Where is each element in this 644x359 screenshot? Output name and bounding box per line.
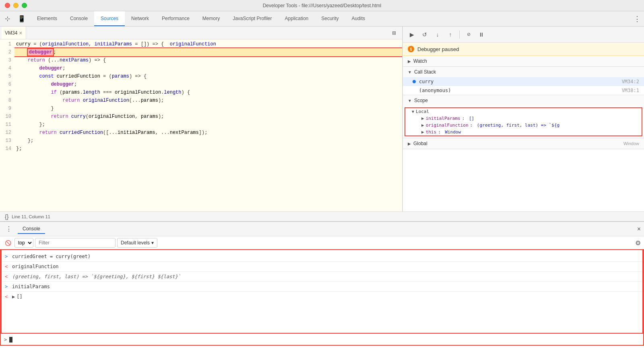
curly-braces-icon[interactable]: {} (5, 213, 8, 220)
console-text-1: curriedGreet = curry(greet) (12, 253, 91, 260)
editor-tab-close-icon[interactable]: × (19, 30, 22, 36)
tab-security[interactable]: Security (315, 11, 345, 26)
tab-bar-icons: ⊹ 📱 (2, 11, 31, 26)
expand-array-icon[interactable]: ▶ (12, 293, 15, 300)
code-line-13: }; (14, 137, 402, 145)
code-editor: VM34 × ⊞ 12345 678910 11121314 curry = (… (0, 27, 402, 211)
levels-label: Default levels (121, 240, 150, 246)
step-out-button[interactable]: ↑ (445, 29, 456, 40)
console-close-button[interactable]: × (637, 226, 641, 233)
tab-performance[interactable]: Performance (155, 11, 196, 26)
console-arrow-in-1: < (5, 263, 10, 270)
prop-val-initialparams: [] (469, 116, 474, 121)
code-line-1: curry = (originalFunction, initialParams… (14, 40, 402, 48)
minimize-button[interactable] (13, 3, 19, 8)
debugger-paused-banner: ℹ Debugger paused (403, 43, 644, 56)
status-text: Line 11, Column 11 (12, 214, 50, 219)
prop-expand-icon-2[interactable]: ▶ (421, 123, 424, 128)
console-log-2: < originalFunction (2, 262, 642, 272)
console-arrow-in-3: < (5, 293, 10, 300)
levels-dropdown[interactable]: Default levels ▾ (117, 238, 157, 248)
resume-button[interactable]: ▶ (406, 29, 417, 40)
pretty-print-icon[interactable]: ⊞ (389, 28, 399, 38)
filter-input[interactable] (35, 238, 116, 248)
editor-tab-vm34[interactable]: VM34 × (2, 27, 26, 39)
tab-console[interactable]: Console (64, 11, 94, 26)
console-menu-icon[interactable]: ⋮ (3, 224, 14, 235)
call-stack-header[interactable]: Call Stack (403, 67, 644, 77)
console-tab[interactable]: Console (18, 224, 45, 234)
levels-arrow-icon: ▾ (151, 240, 154, 246)
scope-prop-initialparams[interactable]: ▶ initialParams : [] (405, 115, 642, 122)
watch-section: Watch (403, 56, 644, 67)
call-stack-item-anonymous[interactable]: (anonymous) VM38:1 (403, 86, 644, 95)
code-lines: curry = (originalFunction, initialParams… (14, 39, 402, 211)
maximize-button[interactable] (22, 3, 27, 8)
tab-elements[interactable]: Elements (31, 11, 64, 26)
console-input-row: > (1, 334, 643, 345)
info-icon: ℹ (408, 46, 414, 52)
pause-on-exception-button[interactable]: ⏸ (476, 29, 487, 40)
prop-expand-icon[interactable]: ▶ (421, 116, 424, 121)
close-button[interactable] (5, 3, 10, 8)
tab-application[interactable]: Application (279, 11, 315, 26)
console-settings-icon[interactable]: ⚙ (635, 239, 641, 247)
prop-val-originalfunction: (greeting, first, last) => `${g (477, 123, 559, 128)
paused-text: Debugger paused (417, 46, 459, 52)
inspect-icon[interactable]: ⊹ (2, 13, 13, 25)
tab-js-profiler[interactable]: JavaScript Profiler (226, 11, 278, 26)
tab-audits[interactable]: Audits (345, 11, 372, 26)
prop-val-this: Window (445, 129, 461, 135)
watch-header[interactable]: Watch (403, 56, 644, 66)
tab-sources[interactable]: Sources (94, 11, 125, 26)
editor-tab-bar: VM34 × ⊞ (0, 27, 402, 39)
console-arrow-in-2: < (5, 273, 10, 280)
debugger-panel: ▶ ↺ ↓ ↑ ⊘ ⏸ ℹ Debugger paused Watch (402, 27, 644, 211)
main-layout: VM34 × ⊞ 12345 678910 11121314 curry = (… (0, 27, 644, 359)
code-line-3: return (...nextParams) => { (14, 56, 402, 64)
code-line-5: const curriedFunction = (params) => { (14, 72, 402, 80)
step-into-button[interactable]: ↓ (432, 29, 443, 40)
code-line-8: return originalFunction(...params); (14, 96, 402, 105)
window-title: Developer Tools - file:///Users/yazeed/D… (263, 3, 382, 8)
prop-expand-icon-3[interactable]: ▶ (421, 129, 424, 135)
context-select[interactable]: top (14, 238, 33, 248)
call-stack-section: Call Stack curry VM34:2 (anonymous) VM38… (403, 67, 644, 95)
console-log-3: < (greeting, first, last) => `${greeting… (2, 272, 642, 282)
call-stack-triangle-icon (408, 70, 412, 74)
tab-memory[interactable]: Memory (196, 11, 226, 26)
console-text-3: (greeting, first, last) => `${greeting},… (12, 273, 181, 280)
console-content-outer: > curriedGreet = curry(greet) < original… (0, 249, 644, 346)
code-line-11: }; (14, 121, 402, 129)
global-header[interactable]: Global Window (403, 138, 644, 149)
scope-outline: Local ▶ initialParams : [] ▶ originalFun… (405, 107, 642, 136)
active-frame-dot (413, 80, 416, 83)
titlebar: Developer Tools - file:///Users/yazeed/D… (0, 0, 644, 11)
deactivate-breakpoints-button[interactable]: ⊘ (463, 29, 474, 40)
debugger-toolbar: ▶ ↺ ↓ ↑ ⊘ ⏸ (403, 27, 644, 43)
local-header[interactable]: Local (405, 108, 642, 115)
clear-console-icon[interactable]: 🚫 (3, 238, 13, 248)
global-val: Window (623, 141, 639, 146)
global-triangle-icon (408, 142, 411, 146)
console-text-5: [] (17, 293, 22, 300)
console-arrow-out-2: > (5, 283, 10, 290)
line-numbers: 12345 678910 11121314 (0, 39, 14, 211)
more-tabs-icon[interactable]: ⋮ (634, 11, 644, 26)
code-line-7: if (params.length === originalFunction.l… (14, 88, 402, 96)
scope-header[interactable]: Scope (403, 95, 644, 106)
call-stack-item-curry[interactable]: curry VM34:2 (403, 77, 644, 86)
scope-triangle-icon (408, 98, 412, 103)
device-icon[interactable]: 📱 (16, 13, 27, 25)
call-stack-label: Call Stack (414, 69, 436, 75)
step-over-button[interactable]: ↺ (419, 29, 430, 40)
console-toolbar: 🚫 top Default levels ▾ ⚙ (0, 236, 644, 249)
tab-network[interactable]: Network (125, 11, 155, 26)
prop-key-this: this (426, 129, 437, 135)
scope-prop-originalfunction[interactable]: ▶ originalFunction : (greeting, first, l… (405, 122, 642, 129)
editor-actions: ⊞ (389, 28, 402, 38)
source-area: VM34 × ⊞ 12345 678910 11121314 curry = (… (0, 27, 644, 211)
tab-bar: ⊹ 📱 Elements Console Sources Network Per… (0, 11, 644, 27)
scope-prop-this[interactable]: ▶ this : Window (405, 129, 642, 135)
toolbar-separator (459, 31, 460, 39)
